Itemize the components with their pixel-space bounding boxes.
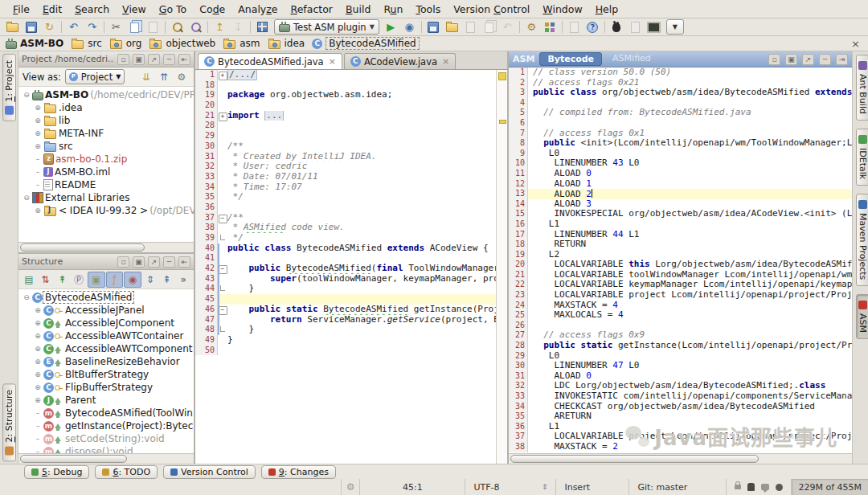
scrollbar-thumb[interactable] xyxy=(510,455,759,463)
menu-tools[interactable]: Tools xyxy=(409,2,447,17)
tree-item-asm-bo-iml[interactable]: –JASM-BO.iml xyxy=(18,166,194,178)
debug-icon[interactable]: ◉ xyxy=(400,19,419,35)
export-icon[interactable] xyxy=(443,19,461,35)
float-mode-icon[interactable]: ▫ xyxy=(117,256,129,268)
view-as-select[interactable]: P Project ▼ xyxy=(65,69,125,84)
more-options-icon[interactable]: » xyxy=(175,272,191,287)
menu-window[interactable]: Window xyxy=(536,2,588,17)
toolwindow-tab-idetalk[interactable]: IDEtalk xyxy=(856,129,868,186)
paste-icon[interactable] xyxy=(144,19,162,35)
scrollbar-thumb[interactable] xyxy=(20,243,145,252)
close-tab-icon[interactable]: × xyxy=(329,56,336,67)
dock-mode-icon[interactable]: ▣ xyxy=(133,256,145,268)
toolwindow-tab-maven-projects[interactable]: Maven Projects xyxy=(856,194,868,286)
show-properties-icon[interactable]: Ⓟ xyxy=(71,272,87,287)
toolwindow-button-6-todo[interactable]: 6: TODO xyxy=(95,465,158,479)
tree-item-lib[interactable]: ⊕lib xyxy=(18,114,194,127)
tree-item-asm-bo[interactable]: ⊖ASM-BO (/home/cedric/DEV/PROJE xyxy=(18,88,194,101)
toolwindow-tab-asm[interactable]: ASM xyxy=(856,294,868,339)
indicator-icon[interactable] xyxy=(776,484,783,491)
toolbar-overflow-icon[interactable]: ▼ xyxy=(666,19,684,35)
insert-mode-indicator[interactable]: Insert xyxy=(555,479,628,495)
menu-code[interactable]: Code xyxy=(193,2,231,17)
menu-file[interactable]: File xyxy=(6,2,36,17)
expand-all-icon[interactable]: ⇊ xyxy=(138,70,154,84)
crumb-bytecodeasmified[interactable]: CBytecodeASMified xyxy=(312,37,419,50)
undo-icon[interactable]: ↶ xyxy=(64,19,83,35)
dock-mode-icon[interactable]: ▣ xyxy=(785,54,797,65)
pin-icon[interactable]: ↗ xyxy=(802,54,814,65)
crumb-src[interactable]: src xyxy=(71,38,102,49)
tree-item-setcode-string-void[interactable]: –msetCode(String):void xyxy=(18,432,194,445)
collapse-all-icon[interactable]: ⇞ xyxy=(159,272,175,287)
tree-item-idea-iu-99-32[interactable]: ⊕< IDEA IU-99.32 > (/opt/DEV/ide xyxy=(18,204,194,217)
pin-icon[interactable]: ↗ xyxy=(148,54,160,65)
commit-icon[interactable]: ↧ xyxy=(229,19,248,35)
minimize-icon[interactable]: ─ xyxy=(163,54,175,65)
git-branch[interactable]: Git: master xyxy=(628,479,726,495)
fold-toggle-icon[interactable]: − xyxy=(218,305,227,315)
editor-tab-acodeview-java[interactable]: CACodeView.java× xyxy=(344,53,456,69)
hide-right-icon[interactable]: ⇥ xyxy=(836,54,848,65)
sort-alpha-icon[interactable]: ⇅ xyxy=(38,272,54,287)
tree-item-accessiblejpanel[interactable]: ⊕CAccessibleJPanel xyxy=(18,304,194,317)
fold-toggle-icon[interactable]: + xyxy=(218,70,227,80)
settings-gear-icon[interactable]: ⚙ xyxy=(174,70,190,84)
menu-refactor[interactable]: Refactor xyxy=(285,2,339,17)
move-icon[interactable] xyxy=(480,19,498,35)
toolwindow-button-version-control[interactable]: Version Control xyxy=(163,465,256,479)
sort-by-type-icon[interactable]: ▤ xyxy=(21,272,37,287)
show-locked-icon[interactable]: ◉ xyxy=(124,272,141,288)
crumb-asm[interactable]: asm xyxy=(223,38,260,49)
tree-item-asm-bo-0-1-zip[interactable]: –zasm-bo-0.1.zip xyxy=(18,153,194,166)
menu-version-control[interactable]: Version Control xyxy=(447,2,536,17)
float-mode-icon[interactable]: ▫ xyxy=(117,54,129,65)
tree-item-src[interactable]: ⊕src xyxy=(18,140,194,153)
open-icon[interactable] xyxy=(3,19,22,35)
tree-item-idea[interactable]: ⊕.idea xyxy=(18,101,194,114)
menu-run[interactable]: Run xyxy=(377,2,409,17)
tree-item-accessibleawtcomponent[interactable]: ⊕CAccessibleAWTComponent xyxy=(18,342,194,355)
find-icon[interactable] xyxy=(168,19,186,35)
menu-analyze[interactable]: Analyze xyxy=(231,2,284,17)
run-icon[interactable]: ▶ xyxy=(382,19,400,35)
close-tab-icon[interactable]: × xyxy=(442,56,449,67)
event-log-icon[interactable] xyxy=(761,484,769,490)
collapse-all-icon[interactable]: ⇈ xyxy=(156,70,172,84)
hide-left-icon[interactable]: ⇤ xyxy=(178,54,190,65)
menu-edit[interactable]: Edit xyxy=(36,2,68,17)
menu-build[interactable]: Build xyxy=(339,2,377,17)
hide-left-icon[interactable]: ⇤ xyxy=(178,256,190,268)
copy-reference-icon[interactable] xyxy=(461,19,480,35)
background-tasks-icon[interactable]: ⚙ xyxy=(341,479,360,495)
tree-item-meta-inf[interactable]: ⊕META-INF xyxy=(18,127,194,140)
asm-tab-bytecode[interactable]: Bytecode xyxy=(539,52,602,66)
dock-mode-icon[interactable]: ▣ xyxy=(133,54,145,65)
toolwindow-tab-structure[interactable]: 2: Structure xyxy=(2,383,16,461)
file-encoding[interactable]: UTF-8 ⇕ xyxy=(465,479,555,495)
toolwindow-button-9-changes[interactable]: 9: Changes xyxy=(261,465,336,479)
menu-search[interactable]: Search xyxy=(68,2,116,17)
help-icon[interactable]: ? xyxy=(583,19,602,35)
toolwindow-tab-ant-build[interactable]: Ant Build xyxy=(856,55,868,121)
tree-item-external-libraries[interactable]: ⊖External Libraries xyxy=(18,191,194,204)
tree-item-bltbufferstrategy[interactable]: ⊕CBltBufferStrategy xyxy=(18,368,194,381)
tree-item-parent[interactable]: ⊕JParent xyxy=(18,394,194,407)
lock-icon[interactable] xyxy=(735,485,741,489)
tree-item-getinstance-project-bytec[interactable]: –mgetInstance(Project):Bytec xyxy=(18,419,194,432)
minimize-icon[interactable]: ─ xyxy=(819,54,831,65)
caret-position[interactable]: 45:1 xyxy=(359,479,465,495)
fold-toggle-icon[interactable]: + xyxy=(218,111,227,121)
fold-toggle-icon[interactable] xyxy=(218,233,227,243)
find-in-path-icon[interactable] xyxy=(186,19,205,35)
pin-icon[interactable]: ↗ xyxy=(148,256,160,268)
settings-icon[interactable]: ⚙ xyxy=(522,19,541,35)
editor-tab-bytecodeasmified-java[interactable]: CBytecodeASMified.java× xyxy=(198,53,342,69)
run-configuration-select[interactable]: Test ASM plugin▼ xyxy=(274,19,379,35)
gnome-icon[interactable] xyxy=(608,19,626,35)
asm-bytecode-view[interactable]: 1// class version 50.0 (50)2// access fl… xyxy=(509,68,852,453)
crumb-idea[interactable]: idea xyxy=(268,38,305,49)
crumb-asm-bo[interactable]: ASM-BO xyxy=(6,38,63,49)
tree-item-bytecodeasmified-toolwin[interactable]: –mBytecodeASMified(ToolWin xyxy=(18,407,194,419)
calculator-icon[interactable] xyxy=(626,19,645,35)
